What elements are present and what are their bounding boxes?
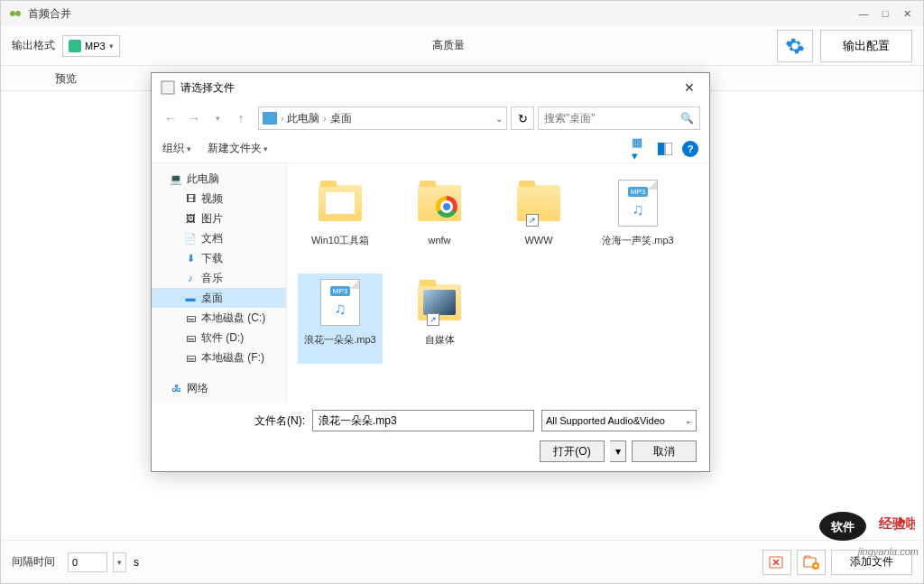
breadcrumb-sep-icon: › <box>281 114 283 124</box>
nav-forward-button[interactable]: → <box>184 108 204 128</box>
quality-label: 高质量 <box>432 38 465 53</box>
file-name: Win10工具箱 <box>311 234 369 246</box>
remove-file-button[interactable] <box>762 550 791 575</box>
nav-back-button[interactable]: ← <box>161 108 180 128</box>
tree-drive-d[interactable]: 🖴软件 (D:) <box>152 328 286 348</box>
new-folder-button[interactable]: 新建文件夹 <box>208 141 269 156</box>
search-icon: 🔍 <box>680 112 694 125</box>
folder-icon <box>517 185 560 221</box>
folder-tree: 💻此电脑 🎞视频 🖼图片 📄文档 ⬇下载 ♪音乐 ▬桌面 🖴本地磁盘 (C:) … <box>152 163 287 401</box>
remove-icon <box>769 555 785 570</box>
chevron-down-icon: ▾ <box>109 42 114 51</box>
output-config-button[interactable]: 输出配置 <box>820 30 912 62</box>
tree-pictures[interactable]: 🖼图片 <box>152 209 286 228</box>
output-format-label: 输出格式 <box>12 38 55 53</box>
svg-text:软件: 软件 <box>830 520 855 533</box>
settings-button[interactable] <box>777 30 813 62</box>
file-name: wnfw <box>428 234 450 246</box>
shortcut-icon: ↗ <box>427 313 439 326</box>
address-bar[interactable]: › 此电脑 › 桌面 ⌄ <box>258 107 507 130</box>
folder-icon <box>418 284 461 320</box>
file-name: 浪花一朵朵.mp3 <box>304 333 375 346</box>
svg-rect-7 <box>665 143 672 155</box>
dialog-icon <box>161 80 175 95</box>
folder-icon <box>418 185 461 221</box>
cancel-button[interactable]: 取消 <box>632 440 697 462</box>
file-list: Win10工具箱 wnfw ↗ WWW MP3♫ 沧海一声笑.mp3 MP3♫ … <box>287 163 709 401</box>
file-name: WWW <box>524 234 552 246</box>
filename-label: 文件名(N): <box>254 413 305 429</box>
search-box[interactable]: 🔍 <box>538 107 700 130</box>
tree-music[interactable]: ♪音乐 <box>152 268 286 288</box>
maximize-button[interactable]: □ <box>876 6 894 21</box>
add-folder-button[interactable] <box>797 550 826 575</box>
tab-preview[interactable]: 预览 <box>1 66 131 90</box>
nav-up-button[interactable]: ↑ <box>231 108 251 128</box>
svg-rect-5 <box>162 81 174 94</box>
watermark-logo: 软件 经验啦 <box>816 510 915 542</box>
interval-input[interactable] <box>68 552 107 572</box>
app-title: 首频合并 <box>28 6 855 22</box>
folder-icon <box>319 185 362 221</box>
chevron-down-icon: ⌄ <box>685 416 692 425</box>
chrome-icon <box>436 196 457 218</box>
nav-recent-button[interactable]: ▾ <box>208 108 227 128</box>
watermark-text: jingyanla.com <box>858 546 919 557</box>
chevron-down-icon[interactable]: ⌄ <box>495 114 503 124</box>
svg-text:经验啦: 经验啦 <box>878 515 915 531</box>
preview-pane-button[interactable] <box>657 141 673 157</box>
app-icon <box>8 6 23 21</box>
format-value: MP3 <box>85 41 106 51</box>
search-input[interactable] <box>544 112 680 125</box>
file-open-dialog: 请选择文件 ✕ ← → ▾ ↑ › 此电脑 › 桌面 ⌄ ↻ 🔍 组织 新建文件… <box>151 72 710 472</box>
format-select[interactable]: MP3 ▾ <box>62 35 120 57</box>
help-button[interactable]: ? <box>682 141 698 157</box>
tree-desktop[interactable]: ▬桌面 <box>152 288 286 308</box>
pc-icon <box>263 112 277 125</box>
mp3-icon <box>69 40 81 52</box>
file-filter-select[interactable]: All Supported Audio&Video⌄ <box>541 410 697 431</box>
tree-downloads[interactable]: ⬇下载 <box>152 248 286 268</box>
open-dropdown-button[interactable]: ▾ <box>610 440 626 462</box>
minimize-button[interactable]: — <box>855 6 873 21</box>
dialog-title: 请选择文件 <box>180 80 679 96</box>
breadcrumb-seg[interactable]: 桌面 <box>330 111 352 126</box>
folder-add-icon <box>803 555 819 570</box>
file-item[interactable]: Win10工具箱 <box>298 174 383 264</box>
gear-icon <box>785 36 805 56</box>
refresh-button[interactable]: ↻ <box>511 107 534 130</box>
svg-point-1 <box>15 11 21 16</box>
mp3-file-icon: MP3♫ <box>618 180 658 227</box>
view-mode-button[interactable]: ▦ ▾ <box>632 141 648 157</box>
close-button[interactable]: ✕ <box>898 6 916 21</box>
tree-documents[interactable]: 📄文档 <box>152 228 286 248</box>
breadcrumb-seg[interactable]: 此电脑 <box>287 111 319 126</box>
tree-network[interactable]: 🖧网络 <box>152 378 286 398</box>
media-thumbnail-icon <box>423 290 456 315</box>
shortcut-icon: ↗ <box>526 214 539 227</box>
file-item[interactable]: MP3♫ 浪花一朵朵.mp3 <box>298 273 383 364</box>
dialog-close-button[interactable]: ✕ <box>679 77 700 98</box>
tree-drive-f[interactable]: 🖴本地磁盘 (F:) <box>152 348 286 367</box>
file-item[interactable]: ↗ 自媒体 <box>397 273 482 364</box>
file-item[interactable]: wnfw <box>397 174 482 264</box>
file-item[interactable]: MP3♫ 沧海一声笑.mp3 <box>596 174 680 264</box>
tree-video[interactable]: 🎞视频 <box>152 189 286 209</box>
file-item[interactable]: ↗ WWW <box>496 174 581 264</box>
interval-label: 间隔时间 <box>12 554 55 570</box>
svg-point-0 <box>10 11 15 16</box>
breadcrumb-sep-icon: › <box>323 114 326 124</box>
tree-drive-c[interactable]: 🖴本地磁盘 (C:) <box>152 308 286 328</box>
file-name: 自媒体 <box>425 333 455 346</box>
organize-menu[interactable]: 组织 <box>162 141 191 156</box>
interval-unit: s <box>134 556 139 569</box>
open-button[interactable]: 打开(O) <box>540 440 605 462</box>
mp3-file-icon: MP3♫ <box>320 279 360 326</box>
chevron-down-icon[interactable]: ▾ <box>113 552 126 572</box>
file-name: 沧海一声笑.mp3 <box>602 234 673 246</box>
filename-input[interactable] <box>312 410 534 431</box>
svg-rect-6 <box>658 143 664 155</box>
tree-this-pc[interactable]: 💻此电脑 <box>152 169 286 189</box>
